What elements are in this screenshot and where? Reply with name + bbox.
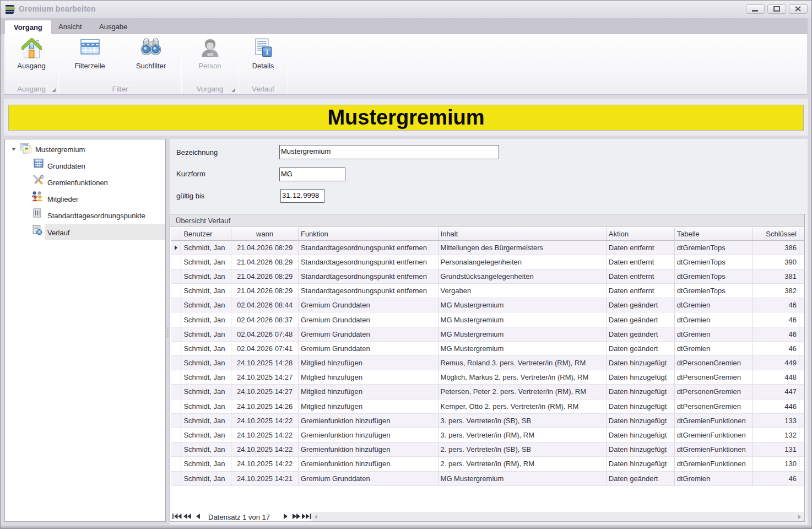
svg-text:DX: DX	[207, 52, 213, 56]
svg-text:i: i	[266, 48, 268, 56]
